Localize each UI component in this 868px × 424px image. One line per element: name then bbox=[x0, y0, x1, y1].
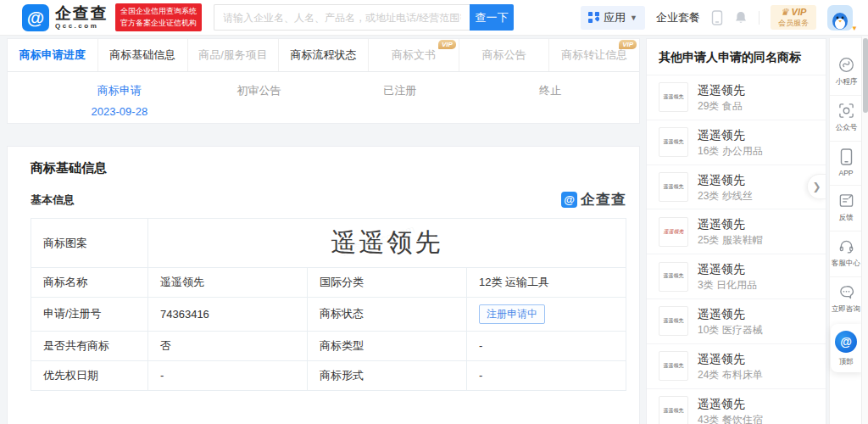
top-header: @ 企查查 Qcc.com 全国企业信用查询系统 官方备案企业证信机构 查一下 … bbox=[0, 0, 868, 36]
section-title: 商标基础信息 bbox=[31, 160, 626, 176]
subsection-title: 基本信息 bbox=[31, 192, 75, 208]
trademark-thumbnail: 遥遥领先 bbox=[659, 82, 688, 112]
row-label: 商标形式 bbox=[308, 360, 467, 390]
back-to-top-button[interactable]: @ 顶部 bbox=[831, 324, 862, 372]
tab-trademark-basic-info[interactable]: 商标基础信息 bbox=[98, 39, 189, 71]
apps-menu-button[interactable]: 应用 ▼ bbox=[581, 6, 645, 30]
scrollbar-thumb[interactable] bbox=[863, 38, 868, 113]
trademark-thumbnail: 遥遥领先 bbox=[659, 351, 688, 381]
trademark-thumbnail: 遥遥领先 bbox=[659, 127, 688, 157]
search-input[interactable] bbox=[214, 4, 470, 31]
table-row: 申请/注册号 74363416 商标状态 注册申请中 bbox=[31, 298, 626, 332]
basic-info-table: 商标图案 企查查 qcc.com 遥遥领先 商标名称 遥遥领先 国际分类 12类… bbox=[31, 218, 626, 391]
floating-toolbar: 小程序 公众号 APP bbox=[829, 38, 862, 424]
list-item[interactable]: 遥遥领先 遥遥领先 10类 医疗器械 bbox=[647, 298, 826, 343]
list-item[interactable]: 遥遥领先 遥遥领先 16类 办公用品 bbox=[647, 120, 826, 165]
trademark-image-text: 遥遥领先 bbox=[331, 228, 443, 256]
table-row: 商标名称 遥遥领先 国际分类 12类 运输工具 bbox=[31, 268, 626, 298]
basic-info-card: 商标基础信息 基本信息 @ 企查查 商标图案 企查查 qcc.com 遥遥领先 … bbox=[7, 146, 640, 424]
row-value: 注册申请中 bbox=[467, 298, 626, 332]
brand-domain: Qcc.com bbox=[55, 23, 108, 30]
vip-service-button[interactable]: ♛ VIP 会员服务 bbox=[771, 5, 816, 30]
page-scrollbar[interactable] bbox=[861, 36, 868, 424]
status-badge: 注册申请中 bbox=[479, 304, 545, 324]
application-progress-steps: 商标申请 2023-09-28 初审公告 已注册 终止 bbox=[8, 72, 639, 123]
progress-step-terminated: 终止 bbox=[539, 81, 561, 102]
notification-bell-icon[interactable] bbox=[734, 10, 748, 25]
progress-step-preliminary-announcement: 初审公告 bbox=[237, 81, 281, 102]
tab-trademark-transfer-info[interactable]: 商标转让信息 VIP bbox=[549, 39, 639, 71]
panel-expand-button[interactable]: ❯ bbox=[807, 174, 826, 199]
brand-name: 企查查 bbox=[55, 5, 108, 21]
progress-step-application: 商标申请 2023-09-28 bbox=[92, 81, 148, 122]
list-item[interactable]: 遥遥领先 遥遥领先 23类 纱线丝 bbox=[647, 165, 826, 209]
progress-step-registered: 已注册 bbox=[383, 81, 416, 102]
trademark-image-cell: 企查查 qcc.com 遥遥领先 bbox=[148, 219, 626, 268]
tab-trademark-announcement[interactable]: 商标公告 bbox=[459, 39, 550, 71]
tab-trademark-application-progress[interactable]: 商标申请进度 bbox=[8, 39, 98, 71]
sidebar-title: 其他申请人申请的同名商标 bbox=[647, 39, 826, 75]
row-value: 否 bbox=[148, 331, 308, 360]
table-row: 是否共有商标 否 商标类型 - bbox=[31, 331, 626, 360]
trademark-thumbnail: 遥遥领先 bbox=[659, 262, 688, 292]
list-item[interactable]: 遥遥领先 遥遥领先 24类 布料床单 bbox=[647, 343, 826, 388]
trademark-thumbnail: 遥遥领先 bbox=[659, 172, 688, 202]
row-label: 申请/注册号 bbox=[31, 298, 148, 332]
qcc-logo-icon: @ bbox=[561, 192, 577, 208]
divider bbox=[759, 11, 760, 25]
row-value: - bbox=[467, 331, 626, 360]
toolbar-official-account[interactable]: 公众号 bbox=[830, 95, 862, 141]
same-name-trademarks-panel: 其他申请人申请的同名商标 遥遥领先 遥遥领先 29类 食品 遥遥领先 遥遥领先 … bbox=[646, 38, 826, 424]
qcc-fab-icon: @ bbox=[835, 331, 857, 353]
tab-trademark-documents[interactable]: 商标文书 VIP bbox=[369, 39, 459, 71]
chevron-right-icon: ❯ bbox=[812, 181, 821, 192]
official-account-icon bbox=[838, 103, 854, 119]
row-value: 74363416 bbox=[148, 298, 308, 332]
vip-tag: VIP bbox=[438, 40, 456, 49]
main-content: 商标申请进度 商标基础信息 商品/服务项目 商标流程状态 商标文书 VIP 商标… bbox=[7, 38, 640, 124]
row-label: 商标类型 bbox=[308, 331, 467, 360]
list-item[interactable]: 遥遥领先 遥遥领先 29类 食品 bbox=[647, 75, 826, 120]
tab-goods-services[interactable]: 商品/服务项目 bbox=[188, 39, 279, 71]
mobile-app-icon[interactable] bbox=[711, 10, 723, 25]
header-nav: 应用 ▼ 企业套餐 ♛ VIP 会员服务 bbox=[581, 5, 860, 31]
enterprise-package-link[interactable]: 企业套餐 bbox=[656, 10, 700, 25]
user-avatar[interactable]: ▼ bbox=[827, 5, 853, 31]
detail-tabs: 商标申请进度 商标基础信息 商品/服务项目 商标流程状态 商标文书 VIP 商标… bbox=[8, 39, 639, 72]
list-item[interactable]: 遥遥领先 遥遥领先 25类 服装鞋帽 bbox=[647, 209, 826, 254]
phone-icon bbox=[840, 148, 853, 165]
table-row: 优先权日期 - 商标形式 - bbox=[31, 360, 626, 390]
qcc-logo[interactable]: @ 企查查 Qcc.com bbox=[22, 4, 108, 31]
row-label: 商标状态 bbox=[308, 298, 467, 332]
row-value: - bbox=[148, 360, 308, 390]
trademark-thumbnail: 遥遥领先 bbox=[659, 217, 688, 247]
row-label: 商标名称 bbox=[31, 268, 148, 298]
tabs-progress-card: 商标申请进度 商标基础信息 商品/服务项目 商标流程状态 商标文书 VIP 商标… bbox=[7, 38, 640, 124]
official-credit-badge: 全国企业信用查询系统 官方备案企业证信机构 bbox=[115, 3, 202, 31]
toolbar-consult-now[interactable]: 立即咨询 bbox=[830, 276, 862, 322]
penguin-avatar-image bbox=[829, 8, 851, 31]
progress-step-date: 2023-09-28 bbox=[92, 102, 148, 123]
chevron-down-icon: ▼ bbox=[630, 14, 637, 22]
header-search: 查一下 bbox=[214, 4, 514, 31]
mini-program-icon bbox=[838, 57, 854, 73]
toolbar-feedback[interactable]: 反馈 bbox=[830, 185, 862, 231]
trademark-thumbnail: 遥遥领先 bbox=[659, 306, 688, 336]
qcc-watermark-logo: @ 企查查 bbox=[561, 190, 626, 209]
row-label: 商标图案 bbox=[31, 219, 148, 268]
vip-tag: VIP bbox=[619, 40, 637, 49]
row-value: 遥遥领先 bbox=[148, 268, 308, 298]
apps-grid-icon bbox=[588, 12, 599, 23]
row-value: - bbox=[467, 360, 626, 390]
trademark-thumbnail: 遥遥领先 bbox=[659, 396, 688, 424]
toolbar-customer-service[interactable]: 客服中心 bbox=[830, 231, 862, 276]
chat-icon bbox=[838, 284, 854, 300]
toolbar-mini-program[interactable]: 小程序 bbox=[830, 50, 862, 95]
list-item[interactable]: 遥遥领先 遥遥领先 43类 餐饮住宿 bbox=[647, 388, 826, 424]
toolbar-app[interactable]: APP bbox=[830, 141, 862, 185]
apps-label: 应用 bbox=[604, 10, 626, 25]
tab-trademark-process-status[interactable]: 商标流程状态 bbox=[279, 39, 370, 71]
row-value: 12类 运输工具 bbox=[467, 268, 626, 298]
list-item[interactable]: 遥遥领先 遥遥领先 3类 日化用品 bbox=[647, 254, 826, 298]
search-button[interactable]: 查一下 bbox=[470, 4, 514, 31]
